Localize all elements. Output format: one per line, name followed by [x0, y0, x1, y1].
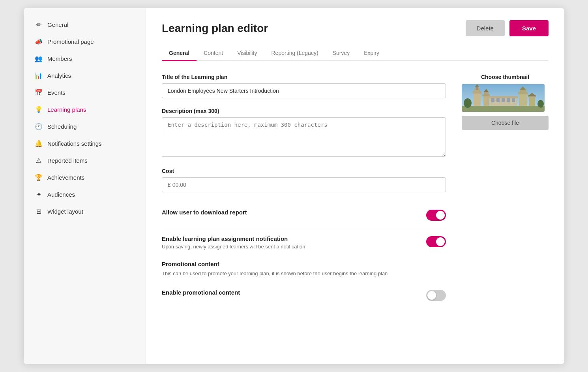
- sidebar-item-analytics-label: Analytics: [47, 72, 71, 79]
- scheduling-icon: 🕐: [35, 123, 43, 130]
- sidebar-item-audiences[interactable]: ✦Audiences: [24, 186, 146, 203]
- svg-rect-16: [507, 98, 510, 102]
- achievements-icon: 🏆: [35, 174, 43, 181]
- promo-toggle-switch[interactable]: [426, 290, 446, 301]
- sidebar-item-achievements[interactable]: 🏆Achievements: [24, 169, 146, 186]
- sidebar-item-general[interactable]: ✏General: [24, 16, 146, 33]
- tab-visibility[interactable]: Visibility: [230, 46, 264, 61]
- reported-items-icon: ⚠: [35, 157, 43, 164]
- sidebar-item-achievements-label: Achievements: [47, 174, 84, 181]
- thumbnail-preview: [462, 84, 545, 112]
- tab-content[interactable]: Content: [197, 46, 230, 61]
- choose-file-button[interactable]: Choose file: [462, 116, 549, 130]
- sidebar-item-events[interactable]: 📅Events: [24, 84, 146, 101]
- promo-toggle-label: Enable promotional content: [162, 289, 418, 296]
- form-section: Title of the Learning plan Description (…: [162, 74, 446, 308]
- toggle-row-allow-download-report: Allow user to download report: [162, 202, 446, 228]
- promo-toggle-row: Enable promotional content: [162, 282, 446, 308]
- toggle-switch-enable-assignment-notification[interactable]: [426, 236, 446, 247]
- cost-input[interactable]: [162, 177, 446, 192]
- svg-rect-7: [483, 95, 489, 106]
- svg-rect-13: [491, 98, 494, 102]
- svg-rect-22: [529, 96, 535, 106]
- audiences-icon: ✦: [35, 191, 43, 198]
- save-button[interactable]: Save: [509, 20, 549, 36]
- sidebar-item-events-label: Events: [47, 89, 66, 96]
- sidebar: ✏General📣Promotional page👥Members📊Analyt…: [24, 8, 146, 364]
- tab-expiry[interactable]: Expiry: [357, 46, 386, 61]
- form-container: Title of the Learning plan Description (…: [162, 74, 549, 308]
- promo-title: Promotional content: [162, 261, 446, 267]
- toggle-track-enable-assignment-notification[interactable]: [426, 236, 446, 247]
- sidebar-item-notifications-settings[interactable]: 🔔Notifications settings: [24, 135, 146, 152]
- delete-button[interactable]: Delete: [466, 20, 505, 36]
- sidebar-item-promotional-page-label: Promotional page: [47, 38, 94, 45]
- title-label: Title of the Learning plan: [162, 74, 446, 80]
- page-title: Learning plan editor: [162, 22, 268, 35]
- title-field-group: Title of the Learning plan: [162, 74, 446, 98]
- learning-plans-icon: 💡: [35, 106, 43, 113]
- svg-rect-15: [502, 98, 505, 102]
- sidebar-item-audiences-label: Audiences: [47, 191, 75, 198]
- description-field-group: Description (max 300): [162, 108, 446, 158]
- thumbnail-section: Choose thumbnail: [462, 74, 549, 308]
- sidebar-item-general-label: General: [47, 21, 68, 28]
- sidebar-item-scheduling-label: Scheduling: [47, 123, 77, 130]
- promotional-page-icon: 📣: [35, 38, 43, 45]
- toggle-switch-allow-download-report[interactable]: [426, 210, 446, 221]
- svg-rect-2: [474, 92, 481, 106]
- sidebar-item-learning-plans-label: Learning plans: [47, 106, 86, 113]
- sidebar-item-members[interactable]: 👥Members: [24, 50, 146, 67]
- toggle-label-group-enable-assignment-notification: Enable learning plan assignment notifica…: [162, 235, 418, 250]
- svg-rect-12: [489, 96, 518, 98]
- sidebar-item-learning-plans[interactable]: 💡Learning plans: [24, 101, 146, 118]
- members-icon: 👥: [35, 55, 43, 62]
- thumbnail-label: Choose thumbnail: [462, 74, 549, 80]
- page-header: Learning plan editor Delete Save: [162, 20, 549, 36]
- sidebar-item-widget-layout-label: Widget layout: [47, 208, 83, 215]
- promo-description: This can be used to promote your learnin…: [162, 271, 446, 276]
- cost-label: Cost: [162, 168, 446, 174]
- svg-rect-1: [462, 106, 545, 112]
- widget-layout-icon: ⊞: [35, 208, 43, 215]
- general-icon: ✏: [35, 21, 43, 28]
- sidebar-item-reported-items[interactable]: ⚠Reported items: [24, 152, 146, 169]
- toggle-label-group-allow-download-report: Allow user to download report: [162, 209, 418, 217]
- tab-reporting-legacy[interactable]: Reporting (Legacy): [264, 46, 326, 61]
- tab-survey[interactable]: Survey: [326, 46, 357, 61]
- sidebar-item-notifications-settings-label: Notifications settings: [47, 140, 102, 147]
- toggle-track-allow-download-report[interactable]: [426, 210, 446, 221]
- description-input[interactable]: [162, 117, 446, 157]
- svg-point-26: [537, 100, 544, 108]
- promo-toggle-label-group: Enable promotional content: [162, 289, 418, 297]
- promotional-content-section: Promotional content This can be used to …: [162, 261, 446, 308]
- events-icon: 📅: [35, 89, 43, 96]
- promo-toggle-track[interactable]: [426, 290, 446, 301]
- svg-rect-18: [519, 93, 527, 106]
- svg-point-25: [464, 98, 472, 108]
- sidebar-item-analytics[interactable]: 📊Analytics: [24, 67, 146, 84]
- sidebar-item-promotional-page[interactable]: 📣Promotional page: [24, 33, 146, 50]
- thumbnail-image: [462, 84, 545, 112]
- analytics-icon: 📊: [35, 72, 43, 79]
- sidebar-item-widget-layout[interactable]: ⊞Widget layout: [24, 203, 146, 220]
- sidebar-item-reported-items-label: Reported items: [47, 157, 88, 164]
- tab-bar: GeneralContentVisibilityReporting (Legac…: [162, 46, 549, 61]
- main-content: Learning plan editor Delete Save General…: [146, 8, 564, 364]
- toggle-sublabel-enable-assignment-notification: Upon saving, newly assigned learners wil…: [162, 244, 418, 250]
- cost-field-group: Cost: [162, 168, 446, 192]
- toggle-label-enable-assignment-notification: Enable learning plan assignment notifica…: [162, 235, 418, 242]
- notifications-settings-icon: 🔔: [35, 140, 43, 147]
- toggle-row-enable-assignment-notification: Enable learning plan assignment notifica…: [162, 228, 446, 257]
- description-label: Description (max 300): [162, 108, 446, 114]
- toggle-label-allow-download-report: Allow user to download report: [162, 209, 418, 216]
- svg-rect-14: [496, 98, 500, 102]
- tab-general[interactable]: General: [162, 46, 197, 61]
- header-actions: Delete Save: [466, 20, 549, 36]
- sidebar-item-scheduling[interactable]: 🕐Scheduling: [24, 118, 146, 135]
- sidebar-item-members-label: Members: [47, 55, 72, 62]
- svg-rect-17: [512, 98, 515, 102]
- title-input[interactable]: [162, 83, 446, 98]
